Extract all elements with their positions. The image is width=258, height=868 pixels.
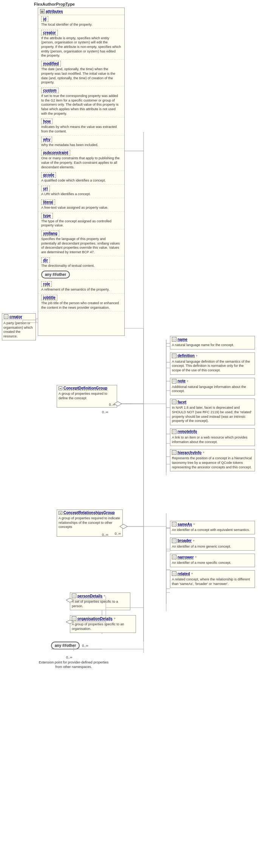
attr-xmllang: xmllang Specifies the language of this p… [38, 229, 124, 256]
creator-box-icon: □ [4, 314, 8, 319]
org-details-header: □ organisationDetails + [70, 616, 136, 622]
attr-why: why Why the metadata has been included. [38, 135, 124, 149]
sameas-label[interactable]: sameAs [178, 522, 192, 526]
attributes-icon: ▤ [40, 9, 45, 14]
concept-def-group-multiplicity: 0..∞ [57, 402, 117, 407]
attr-literal: literal A free-text value assigned as pr… [38, 198, 124, 212]
facet-box: □ facet In NAR 1.8 and later, facet is d… [170, 399, 255, 425]
attr-pubconstraint-name[interactable]: pubconstraint [41, 150, 70, 155]
definition-box-header: □ definition + [170, 353, 255, 359]
name-icon: □ [172, 337, 176, 342]
facet-label[interactable]: facet [178, 400, 186, 404]
creator-box-header: □ creator [2, 314, 36, 320]
attr-dir-desc: The directionality of textual content. [41, 264, 121, 268]
note-label[interactable]: note [178, 379, 185, 383]
attr-type-desc: The type of the concept assigned as cont… [41, 219, 121, 228]
facet-icon: □ [172, 400, 176, 404]
creator-box-desc: A party (person or organisation) which c… [2, 320, 36, 340]
attr-jobtitle-desc: The job title of the person who created … [41, 301, 121, 310]
attr-type: type The type of the concept assigned as… [38, 212, 124, 229]
attr-modified-desc: The date (and, optionally, the time) whe… [41, 67, 121, 85]
attr-qcode-name[interactable]: qcode [41, 172, 56, 178]
attr-dir: dir The directionality of textual conten… [38, 256, 124, 270]
concept-def-group-label[interactable]: ConceptDefinitionGroup [63, 386, 107, 390]
org-details-icon: □ [72, 616, 76, 621]
concept-rel-group-header: ━ ConceptRelationshipsGroup [57, 510, 122, 516]
attributes-label[interactable]: attributes [46, 9, 63, 14]
sameas-box: □ sameAs + An identifier of a concept wi… [170, 521, 255, 534]
concept-rel-group-desc: A group of properties required to indica… [57, 516, 122, 531]
remoteinfo-icon: □ [172, 429, 176, 434]
note-box-header: □ note + [170, 378, 255, 384]
broader-box: □ broader + An identifier of a more gene… [170, 537, 255, 551]
narrower-label[interactable]: narrower [178, 555, 194, 559]
note-desc: Additional natural language information … [170, 384, 255, 395]
related-box: □ related + A related concept, where the… [170, 570, 255, 588]
any-other-bottom-multiplicity: 0..∞ [82, 644, 88, 648]
person-details-label[interactable]: personDetails [77, 594, 102, 598]
name-label[interactable]: name [178, 337, 187, 342]
attr-literal-name[interactable]: literal [41, 199, 55, 205]
narrower-box: □ narrower + An identifier of a more spe… [170, 554, 255, 567]
attr-type-name[interactable]: type [41, 213, 53, 219]
attr-literal-desc: A free-text value assigned as property v… [41, 206, 121, 210]
broader-label[interactable]: broader [178, 539, 192, 543]
concept-rel-group-label[interactable]: ConceptRelationshipsGroup [63, 511, 115, 515]
attr-uri: uri A URI which identifies a concept. [38, 185, 124, 198]
person-details-desc: A set of properties specific to a person… [70, 599, 130, 610]
attr-why-desc: Why the metadata has been included. [41, 143, 121, 148]
person-details-header: □ personDetails + [70, 593, 130, 599]
attr-why-name[interactable]: why [41, 137, 52, 142]
concept-rel-group-multiplicity: 0..∞ [57, 531, 122, 536]
org-details-label[interactable]: organisationDetails [77, 617, 113, 621]
related-label[interactable]: related [178, 572, 190, 576]
attr-role-name[interactable]: role [41, 281, 52, 287]
concept-rel-group-box: ━ ConceptRelationshipsGroup A group of p… [57, 509, 123, 537]
attr-uri-name[interactable]: uri [41, 186, 50, 191]
attr-id: id The local identifier of the property. [38, 15, 124, 29]
attr-pubconstraint-desc: One or many constraints that apply to pu… [41, 156, 121, 169]
creator-box-label[interactable]: creator [9, 315, 22, 319]
hierarchyinfo-desc: Represents the position of a concept in … [170, 456, 255, 471]
attr-custom-desc: If set to true the corresponding propert… [41, 94, 121, 116]
any-other-bottom-label: any ##other [51, 642, 80, 649]
attr-custom-name[interactable]: custom [41, 88, 59, 93]
definition-label[interactable]: definition [178, 354, 195, 358]
related-box-header: □ related + [170, 571, 255, 577]
any-other-label: any ##other [41, 271, 70, 279]
attr-how-name[interactable]: how [41, 119, 53, 124]
person-details-icon: □ [72, 594, 76, 598]
definition-box: □ definition + A natural language defini… [170, 352, 255, 375]
attr-jobtitle-name[interactable]: jobtitle [41, 295, 57, 300]
hierarchyinfo-box-header: □ hierarchyInfo + [170, 449, 255, 456]
remoteinfo-desc: A link to an item or a web resource whic… [170, 435, 255, 446]
sameas-box-header: □ sameAs + [170, 521, 255, 527]
attr-custom: custom If set to true the corresponding … [38, 86, 124, 117]
attr-creator-name[interactable]: creator [41, 30, 58, 35]
broader-desc: An identifier of a more generic concept. [170, 544, 255, 551]
attr-modified-name[interactable]: modified [41, 61, 61, 66]
attributes-box: ▤ attributes id The local identifier of … [38, 8, 125, 336]
hierarchyinfo-label[interactable]: hierarchyInfo [178, 451, 201, 455]
attr-id-name[interactable]: id [41, 16, 48, 22]
attr-dir-name[interactable]: dir [41, 257, 50, 263]
attr-qcode-desc: A qualified code which identifies a conc… [41, 179, 121, 183]
definition-desc: A natural language definition of the sem… [170, 359, 255, 374]
attr-how-desc: Indicates by which means the value was e… [41, 125, 121, 134]
org-details-desc: A group of properties specific to an org… [70, 622, 136, 633]
concept-def-group-box: ━ ConceptDefinitionGroup A group of prop… [57, 385, 117, 408]
attr-any-other: any ##other [38, 269, 124, 280]
remoteinfo-label[interactable]: remoteInfo [178, 429, 197, 434]
definition-icon: □ [172, 354, 176, 358]
attr-modified: modified The date (and, optionally, the … [38, 60, 124, 86]
person-details-box: □ personDetails + A set of properties sp… [70, 593, 130, 610]
attr-pubconstraint: pubconstraint One or many constraints th… [38, 149, 124, 171]
rel-items-section: □ sameAs + An identifier of a concept wi… [170, 521, 255, 591]
related-desc: A related concept, where the relationshi… [170, 577, 255, 588]
note-icon: □ [172, 379, 176, 383]
facet-desc: In NAR 1.8 and later, facet is deprecate… [170, 405, 255, 425]
narrower-box-header: □ narrower + [170, 554, 255, 560]
name-box: □ name A natural language name for the c… [170, 336, 255, 349]
attr-xmllang-name[interactable]: xmllang [41, 231, 59, 236]
hierarchyinfo-box: □ hierarchyInfo + Represents the positio… [170, 449, 255, 471]
